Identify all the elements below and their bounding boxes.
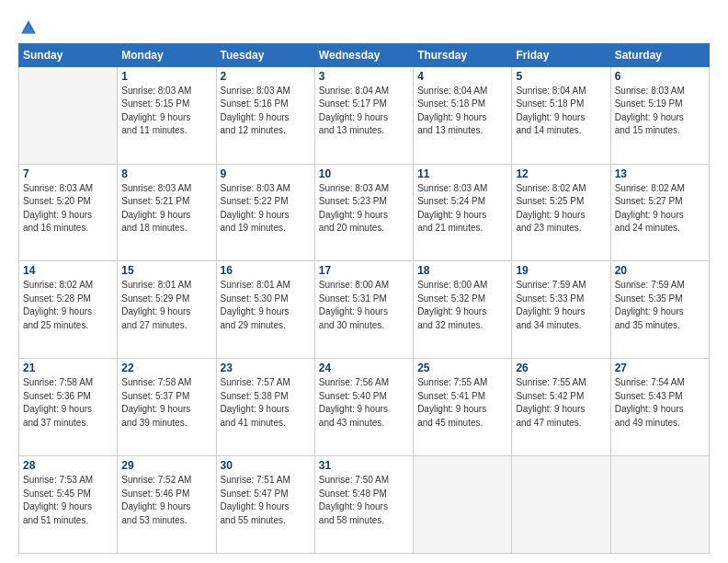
- calendar-cell: 25Sunrise: 7:55 AM Sunset: 5:41 PM Dayli…: [414, 359, 512, 456]
- day-info: Sunrise: 8:03 AM Sunset: 5:23 PM Dayligh…: [319, 182, 409, 236]
- page: SundayMondayTuesdayWednesdayThursdayFrid…: [0, 0, 728, 563]
- calendar-cell: 5Sunrise: 8:04 AM Sunset: 5:18 PM Daylig…: [512, 66, 610, 164]
- day-info: Sunrise: 8:02 AM Sunset: 5:28 PM Dayligh…: [23, 279, 113, 332]
- day-number: 20: [615, 264, 705, 277]
- day-info: Sunrise: 7:51 AM Sunset: 5:47 PM Dayligh…: [221, 474, 311, 527]
- calendar-cell: 2Sunrise: 8:03 AM Sunset: 5:16 PM Daylig…: [216, 66, 314, 164]
- calendar-cell: 24Sunrise: 7:56 AM Sunset: 5:40 PM Dayli…: [314, 359, 413, 456]
- calendar-cell: 4Sunrise: 8:04 AM Sunset: 5:18 PM Daylig…: [414, 66, 512, 164]
- day-number: 14: [23, 264, 113, 277]
- day-info: Sunrise: 8:01 AM Sunset: 5:30 PM Dayligh…: [221, 279, 311, 332]
- logo: [18, 18, 39, 36]
- weekday-header: Monday: [118, 43, 216, 66]
- calendar-cell: 7Sunrise: 8:03 AM Sunset: 5:20 PM Daylig…: [19, 164, 118, 261]
- calendar-cell: [19, 66, 118, 164]
- weekday-header: Wednesday: [314, 43, 413, 66]
- day-number: 2: [221, 70, 311, 83]
- calendar-cell: 3Sunrise: 8:04 AM Sunset: 5:17 PM Daylig…: [314, 66, 413, 164]
- day-number: 5: [516, 70, 606, 83]
- calendar-cell: 22Sunrise: 7:58 AM Sunset: 5:37 PM Dayli…: [118, 359, 216, 456]
- weekday-header: Sunday: [19, 43, 118, 66]
- day-info: Sunrise: 8:03 AM Sunset: 5:20 PM Dayligh…: [23, 182, 113, 236]
- day-info: Sunrise: 8:04 AM Sunset: 5:18 PM Dayligh…: [516, 85, 606, 138]
- weekday-header: Thursday: [414, 43, 512, 66]
- day-number: 28: [23, 459, 113, 472]
- day-info: Sunrise: 8:00 AM Sunset: 5:31 PM Dayligh…: [319, 279, 409, 332]
- day-number: 19: [516, 264, 606, 277]
- calendar-cell: 31Sunrise: 7:50 AM Sunset: 5:48 PM Dayli…: [314, 456, 413, 554]
- day-number: 1: [121, 70, 211, 83]
- day-info: Sunrise: 7:50 AM Sunset: 5:48 PM Dayligh…: [319, 474, 409, 527]
- day-info: Sunrise: 7:53 AM Sunset: 5:45 PM Dayligh…: [23, 474, 113, 527]
- day-number: 25: [417, 362, 507, 374]
- day-number: 7: [23, 167, 113, 180]
- calendar-cell: 10Sunrise: 8:03 AM Sunset: 5:23 PM Dayli…: [314, 164, 413, 261]
- day-info: Sunrise: 8:01 AM Sunset: 5:29 PM Dayligh…: [121, 279, 211, 332]
- calendar-cell: 14Sunrise: 8:02 AM Sunset: 5:28 PM Dayli…: [19, 261, 118, 359]
- calendar-cell: 9Sunrise: 8:03 AM Sunset: 5:22 PM Daylig…: [216, 164, 314, 261]
- calendar-cell: 16Sunrise: 8:01 AM Sunset: 5:30 PM Dayli…: [216, 261, 314, 359]
- day-number: 26: [516, 362, 606, 374]
- day-number: 31: [319, 459, 409, 472]
- calendar-cell: 23Sunrise: 7:57 AM Sunset: 5:38 PM Dayli…: [216, 359, 314, 456]
- day-number: 13: [615, 167, 705, 180]
- day-number: 6: [615, 70, 705, 83]
- day-info: Sunrise: 8:03 AM Sunset: 5:16 PM Dayligh…: [221, 85, 311, 138]
- day-info: Sunrise: 7:54 AM Sunset: 5:43 PM Dayligh…: [615, 376, 705, 430]
- day-number: 8: [121, 167, 211, 180]
- day-info: Sunrise: 7:58 AM Sunset: 5:37 PM Dayligh…: [121, 376, 211, 430]
- day-info: Sunrise: 7:59 AM Sunset: 5:35 PM Dayligh…: [615, 279, 705, 332]
- calendar-cell: 29Sunrise: 7:52 AM Sunset: 5:46 PM Dayli…: [118, 456, 216, 554]
- calendar-cell: 6Sunrise: 8:03 AM Sunset: 5:19 PM Daylig…: [610, 66, 709, 164]
- calendar-cell: 15Sunrise: 8:01 AM Sunset: 5:29 PM Dayli…: [118, 261, 216, 359]
- day-number: 30: [221, 459, 311, 472]
- day-info: Sunrise: 8:03 AM Sunset: 5:15 PM Dayligh…: [121, 85, 211, 138]
- header: [18, 15, 710, 36]
- day-info: Sunrise: 8:03 AM Sunset: 5:21 PM Dayligh…: [121, 182, 211, 236]
- calendar-cell: 21Sunrise: 7:58 AM Sunset: 5:36 PM Dayli…: [19, 359, 118, 456]
- day-number: 15: [121, 264, 211, 277]
- calendar-cell: [610, 456, 709, 554]
- day-info: Sunrise: 8:04 AM Sunset: 5:17 PM Dayligh…: [319, 85, 409, 138]
- day-number: 22: [121, 362, 211, 374]
- calendar-cell: 20Sunrise: 7:59 AM Sunset: 5:35 PM Dayli…: [610, 261, 709, 359]
- weekday-header: Tuesday: [216, 43, 314, 66]
- weekday-header: Saturday: [610, 43, 709, 66]
- day-number: 12: [516, 167, 606, 180]
- day-number: 29: [121, 459, 211, 472]
- weekday-header: Friday: [512, 43, 610, 66]
- day-info: Sunrise: 7:59 AM Sunset: 5:33 PM Dayligh…: [516, 279, 606, 332]
- day-info: Sunrise: 7:55 AM Sunset: 5:42 PM Dayligh…: [516, 376, 606, 430]
- calendar-cell: 18Sunrise: 8:00 AM Sunset: 5:32 PM Dayli…: [414, 261, 512, 359]
- day-info: Sunrise: 8:00 AM Sunset: 5:32 PM Dayligh…: [417, 279, 507, 332]
- day-number: 23: [221, 362, 311, 374]
- calendar-cell: [512, 456, 610, 554]
- day-info: Sunrise: 7:55 AM Sunset: 5:41 PM Dayligh…: [417, 376, 507, 430]
- day-info: Sunrise: 8:03 AM Sunset: 5:22 PM Dayligh…: [221, 182, 311, 236]
- calendar-cell: 30Sunrise: 7:51 AM Sunset: 5:47 PM Dayli…: [216, 456, 314, 554]
- calendar-cell: 27Sunrise: 7:54 AM Sunset: 5:43 PM Dayli…: [610, 359, 709, 456]
- day-number: 3: [319, 70, 409, 83]
- day-info: Sunrise: 7:57 AM Sunset: 5:38 PM Dayligh…: [221, 376, 311, 430]
- day-number: 16: [221, 264, 311, 277]
- day-info: Sunrise: 8:03 AM Sunset: 5:24 PM Dayligh…: [417, 182, 507, 236]
- calendar-cell: 1Sunrise: 8:03 AM Sunset: 5:15 PM Daylig…: [118, 66, 216, 164]
- day-info: Sunrise: 8:02 AM Sunset: 5:25 PM Dayligh…: [516, 182, 606, 236]
- day-info: Sunrise: 7:56 AM Sunset: 5:40 PM Dayligh…: [319, 376, 409, 430]
- calendar-cell: 17Sunrise: 8:00 AM Sunset: 5:31 PM Dayli…: [314, 261, 413, 359]
- day-number: 21: [23, 362, 113, 374]
- day-info: Sunrise: 7:52 AM Sunset: 5:46 PM Dayligh…: [121, 474, 211, 527]
- day-info: Sunrise: 8:04 AM Sunset: 5:18 PM Dayligh…: [417, 85, 507, 138]
- day-number: 11: [417, 167, 507, 180]
- day-info: Sunrise: 8:03 AM Sunset: 5:19 PM Dayligh…: [615, 85, 705, 138]
- day-number: 10: [319, 167, 409, 180]
- day-info: Sunrise: 7:58 AM Sunset: 5:36 PM Dayligh…: [23, 376, 113, 430]
- calendar-cell: 11Sunrise: 8:03 AM Sunset: 5:24 PM Dayli…: [414, 164, 512, 261]
- calendar: SundayMondayTuesdayWednesdayThursdayFrid…: [18, 43, 710, 554]
- day-number: 9: [221, 167, 311, 180]
- day-number: 17: [319, 264, 409, 277]
- calendar-cell: 8Sunrise: 8:03 AM Sunset: 5:21 PM Daylig…: [118, 164, 216, 261]
- calendar-cell: 26Sunrise: 7:55 AM Sunset: 5:42 PM Dayli…: [512, 359, 610, 456]
- calendar-cell: [414, 456, 512, 554]
- calendar-cell: 13Sunrise: 8:02 AM Sunset: 5:27 PM Dayli…: [610, 164, 709, 261]
